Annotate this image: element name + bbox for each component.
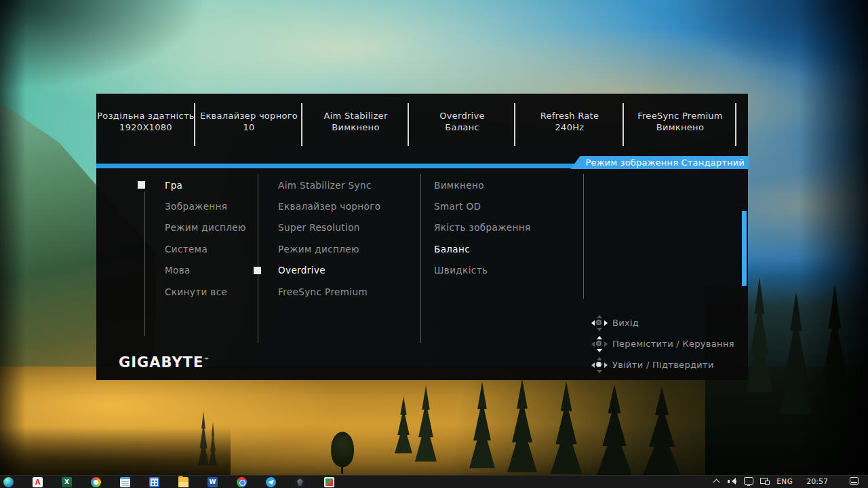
hidden-icons-chevron-icon[interactable] [712, 477, 720, 485]
submenu-column: Aim Stabilizer Sync Еквалайзер чорного S… [254, 174, 416, 302]
menu-item-picture[interactable]: Зображення [138, 195, 256, 217]
chrome-icon[interactable] [237, 477, 247, 487]
header-spacer [736, 94, 748, 164]
joystick-enter-icon [592, 358, 607, 373]
telegram-icon[interactable] [266, 477, 276, 487]
joystick-exit-icon [592, 316, 607, 331]
wallpaper-grass [0, 428, 231, 478]
submenu-item-black-equalizer[interactable]: Еквалайзер чорного [254, 195, 416, 217]
speaker-icon[interactable] [727, 477, 737, 486]
desktop: Роздільна здатність 1920X1080 Еквалайзер… [0, 0, 868, 488]
notepad-icon[interactable] [120, 477, 130, 487]
menu-item-language[interactable]: Мова [138, 260, 256, 281]
option-smart-od[interactable]: Smart OD [434, 195, 580, 217]
file-explorer-icon[interactable] [178, 477, 189, 487]
submenu-item-overdrive[interactable]: Overdrive [254, 260, 416, 281]
language-indicator[interactable]: ENG [776, 477, 793, 486]
osd-status-bar: Роздільна здатність 1920X1080 Еквалайзер… [96, 94, 748, 164]
selection-marker-icon [254, 267, 261, 274]
excel-icon[interactable] [62, 477, 72, 487]
word-icon[interactable] [208, 477, 218, 487]
menu-item-reset-all[interactable]: Скинути все [138, 281, 256, 302]
taskbar: ENG 20:57 [0, 475, 868, 488]
column-divider [583, 174, 584, 299]
selection-marker-icon [138, 181, 145, 189]
paint-icon[interactable] [91, 477, 101, 487]
wordpad-icon[interactable] [33, 477, 43, 487]
screencast-icon[interactable] [744, 477, 753, 485]
menu-item-system[interactable]: Система [138, 238, 256, 259]
menu-item-display-mode[interactable]: Режим дисплею [138, 217, 256, 238]
tree-silhouette [331, 432, 354, 467]
options-column: Вимкнено Smart OD Якість зображення Бала… [434, 174, 580, 281]
option-balance[interactable]: Баланс [434, 238, 580, 259]
hint-move: Перемістити / Керування [592, 333, 734, 354]
edge-icon[interactable] [3, 477, 14, 487]
column-divider [420, 174, 421, 343]
submenu-item-super-resolution[interactable]: Super Resolution [254, 217, 416, 238]
control-hints: Вихід Перемістити / Керування Увійти / П… [592, 312, 734, 375]
option-picture-quality[interactable]: Якість зображення [434, 217, 580, 238]
ethernet-icon[interactable] [760, 477, 770, 485]
status-refresh-rate: Refresh Rate 240Hz [515, 94, 624, 164]
dark-diamond-app-icon[interactable] [295, 477, 305, 487]
action-center-icon[interactable] [850, 477, 859, 485]
taskbar-clock[interactable]: 20:57 [806, 477, 828, 486]
submenu-item-freesync-premium[interactable]: FreeSync Premium [254, 281, 416, 302]
gigabyte-logo: GIGABYTE™ [119, 354, 209, 371]
hint-exit: Вихід [592, 312, 734, 333]
scroll-indicator[interactable] [742, 211, 747, 286]
submenu-item-aim-stabilizer-sync[interactable]: Aim Stabilizer Sync [254, 174, 416, 195]
option-off[interactable]: Вимкнено [434, 174, 580, 195]
taskbar-pinned-apps [0, 476, 334, 487]
main-menu-column: Гра Зображення Режим дисплею Система Мов… [138, 174, 256, 302]
osd-panel: Роздільна здатність 1920X1080 Еквалайзер… [96, 94, 748, 380]
system-tray: ENG 20:57 [712, 476, 868, 486]
status-black-equalizer: Еквалайзер чорного 10 [195, 94, 302, 164]
status-aim-stabilizer: Aim Stabilizer Вимкнено [302, 94, 409, 164]
hint-enter: Увійти / Підтвердити [592, 354, 734, 375]
option-speed[interactable]: Швидкість [434, 260, 580, 281]
divider [735, 103, 736, 146]
picture-mode-badge: Режим зображення Стандартний [570, 156, 749, 169]
status-freesync: FreeSync Premium Вимкнено [624, 94, 736, 164]
pinwheel-media-app-icon[interactable] [324, 477, 334, 487]
joystick-move-icon [592, 337, 607, 352]
status-overdrive: Overdrive Баланс [409, 94, 515, 164]
status-resolution: Роздільна здатність 1920X1080 [96, 94, 195, 164]
calculator-icon[interactable] [149, 477, 159, 487]
submenu-item-display-mode[interactable]: Режим дисплею [254, 238, 416, 259]
menu-item-game[interactable]: Гра [138, 174, 256, 195]
